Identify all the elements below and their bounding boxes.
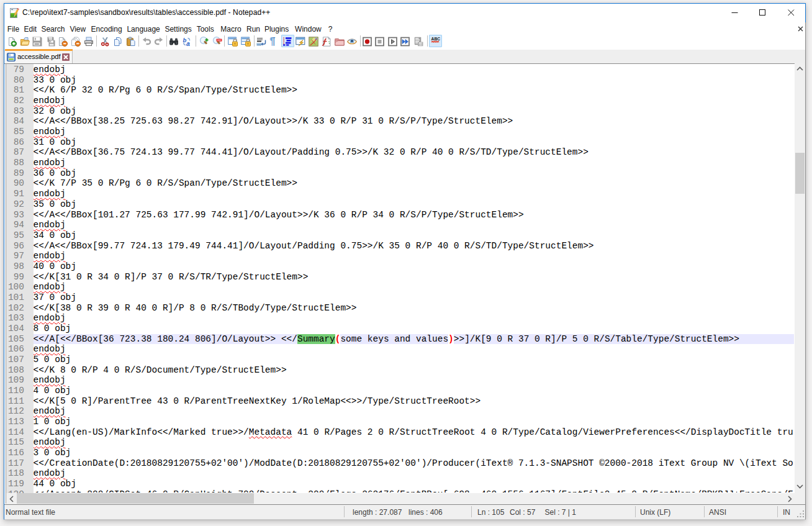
svg-text:a: a xyxy=(186,40,190,47)
svg-text:¶: ¶ xyxy=(269,35,275,47)
svg-text:ABC: ABC xyxy=(431,37,440,41)
